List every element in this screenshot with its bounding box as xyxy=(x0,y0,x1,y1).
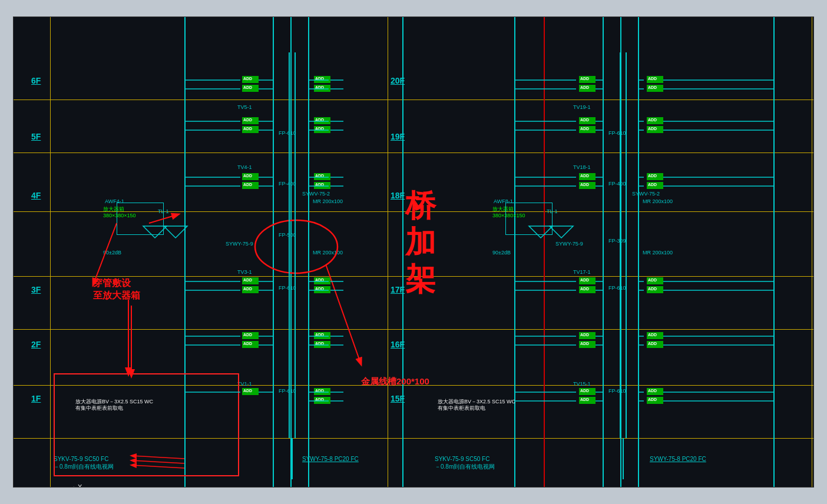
tv1-1-label: TV1-1 xyxy=(237,381,252,387)
add-box-4f-4: ADD xyxy=(314,182,330,189)
svg-line-3 xyxy=(326,264,361,364)
sywy-bottom-right: SYWY-75-8 PC20 FC xyxy=(650,456,706,462)
add-box-5f-4: ADD xyxy=(314,126,330,133)
tv17-1-label: TV17-1 xyxy=(573,269,591,275)
tv4-1-label: TV4-1 xyxy=(237,164,252,170)
add-box-2f-3: ADD xyxy=(314,332,330,339)
add-box-r-1f-4: ADD xyxy=(647,397,663,404)
add-box-6f-2: ADD xyxy=(242,85,259,92)
fp400-left-4f: FP-400 xyxy=(279,181,296,187)
add-box-r-1f-1: ADD xyxy=(579,388,596,395)
floor-17f: 17F xyxy=(391,285,405,294)
add-box-3f-1: ADD xyxy=(242,277,259,284)
svg-marker-103 xyxy=(164,226,187,238)
red-annotation-box xyxy=(54,373,239,476)
cad-drawing: 6F 5F 4F 3F 2F 1F 20F 19F 18F 17F 16F 15… xyxy=(13,16,814,488)
add-box-1f-4: ADD xyxy=(314,397,330,404)
tl1-right-label: TL-1 xyxy=(547,208,558,214)
sywv-right-2: SYWV-75-2 xyxy=(632,191,660,197)
add-box-1f-3: ADD xyxy=(314,388,330,395)
x-axis-label: → X xyxy=(70,483,82,488)
add-box-2f-2: ADD xyxy=(242,341,259,348)
floor-16f: 16F xyxy=(391,340,405,349)
tl1-left-label: TL-1 xyxy=(158,208,169,214)
add-box-3f-3: ADD xyxy=(314,277,330,284)
sywv-left-2: SYWV-75-2 xyxy=(302,191,330,197)
svg-marker-105 xyxy=(550,226,573,238)
add-box-1f-1: ADD xyxy=(242,388,259,395)
add-box-3f-2: ADD xyxy=(242,286,259,293)
hline-6f xyxy=(14,100,813,100)
vline-right xyxy=(773,17,775,487)
mr-left-mid: MR 200x100 xyxy=(313,250,343,256)
tv5-1-label: TV5-1 xyxy=(237,104,252,110)
floor-6f-left: 6F xyxy=(31,76,41,85)
red-bridge-text: 桥 加 架 xyxy=(405,188,436,298)
amp-box-size-right: 380×380×150 xyxy=(492,213,525,218)
add-box-5f-3: ADD xyxy=(314,117,330,124)
fp610-left-3f: FP-610 xyxy=(279,285,296,291)
floor-4f-left: 4F xyxy=(31,191,41,200)
add-box-6f-3: ADD xyxy=(314,76,330,83)
floor-1f-left: 1F xyxy=(31,394,41,403)
mr-right-4f: MR 200x100 xyxy=(643,198,673,204)
add-box-r-6f-3: ADD xyxy=(647,76,663,83)
sywv-right: SYWY-75-9 xyxy=(555,241,583,247)
add-box-2f-4: ADD xyxy=(314,341,330,348)
add-box-r-4f-2: ADD xyxy=(579,182,596,189)
sywv-left: SYWY-75-9 xyxy=(226,241,253,247)
add-box-r-5f-2: ADD xyxy=(579,126,596,133)
add-box-2f-1: ADD xyxy=(242,332,259,339)
add-box-4f-3: ADD xyxy=(314,173,330,180)
floor-19f: 19F xyxy=(391,132,405,141)
add-box-r-5f-1: ADD xyxy=(579,117,596,124)
awf4-1-label: AWF4-1 xyxy=(105,198,124,204)
red-annotation-pipe: 穿管敷设 至放大器箱 xyxy=(93,277,140,302)
fp610-left-5f: FP-610 xyxy=(279,130,296,136)
awf8-1-label: AWF8-1 xyxy=(494,198,513,204)
tv19-1-label: TV19-1 xyxy=(573,104,591,110)
add-box-r-2f-2: ADD xyxy=(579,341,596,348)
add-box-r-6f-4: ADD xyxy=(647,85,663,92)
add-box-5f-2: ADD xyxy=(242,126,259,133)
add-box-5f-1: ADD xyxy=(242,117,259,124)
tv15-1-label: TV15-1 xyxy=(573,381,591,387)
vline-5 xyxy=(514,17,515,487)
floor-2f-left: 2F xyxy=(31,340,41,349)
add-box-6f-4: ADD xyxy=(314,85,330,92)
add-box-r-5f-3: ADD xyxy=(647,117,663,124)
floor-15f: 15F xyxy=(391,394,405,403)
sywy-bottom-left: SYWY-75-8 PC20 FC xyxy=(302,456,359,462)
floor-5f-left: 5F xyxy=(31,132,41,141)
vline-3 xyxy=(290,17,292,487)
vline-mid-border xyxy=(388,17,388,487)
vline-2 xyxy=(273,17,274,487)
floor-20f: 20F xyxy=(391,76,405,85)
floor-3f-left: 3F xyxy=(31,285,41,294)
vline-left-border xyxy=(50,17,51,487)
db-right-label: 90±2dB xyxy=(492,250,511,256)
tv18-1-label: TV18-1 xyxy=(573,164,591,170)
fp610-right-3f: FP-610 xyxy=(608,285,626,291)
add-box-r-4f-1: ADD xyxy=(579,173,596,180)
fp610-right-5f: FP-610 xyxy=(608,130,626,136)
vline-red xyxy=(544,17,545,487)
add-box-r-2f-4: ADD xyxy=(647,341,663,348)
db-left-label: 90±2dB xyxy=(103,250,121,256)
add-box-r-3f-2: ADD xyxy=(579,286,596,293)
amp-box-size-left: 380×380×150 xyxy=(103,213,136,218)
vline-right-border xyxy=(812,17,812,487)
floor-18f: 18F xyxy=(391,191,405,200)
hline-5f xyxy=(14,152,813,153)
cable-bottom-right: SYKV-75-9 SC50 FC xyxy=(435,456,489,462)
vline-4 xyxy=(308,17,309,487)
svg-point-2 xyxy=(255,220,338,273)
add-box-3f-4: ADD xyxy=(314,286,330,293)
add-box-r-6f-1: ADD xyxy=(579,76,596,83)
add-box-4f-2: ADD xyxy=(242,182,259,189)
hline-2f xyxy=(14,329,813,330)
tv3-1-label: TV3-1 xyxy=(237,269,252,275)
mr-right-mid: MR 200x100 xyxy=(643,250,673,256)
add-box-r-2f-3: ADD xyxy=(647,332,663,339)
add-box-r-2f-1: ADD xyxy=(579,332,596,339)
